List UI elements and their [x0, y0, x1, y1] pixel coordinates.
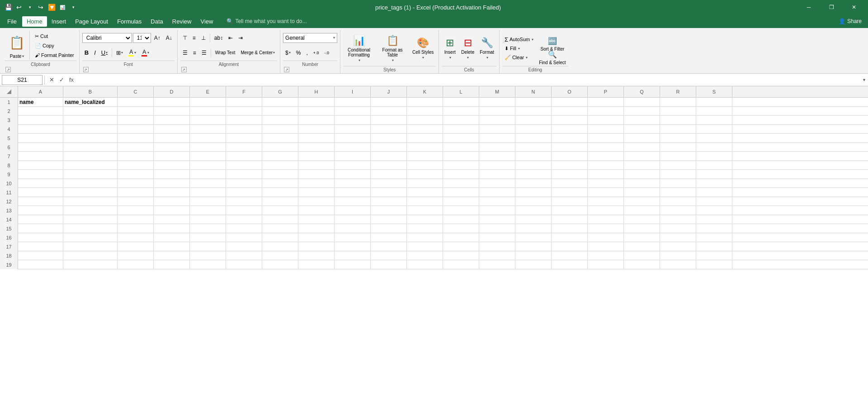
cell-B10[interactable]: [63, 179, 118, 188]
row-num-1[interactable]: 1: [0, 98, 18, 107]
insert-function-button[interactable]: fx: [66, 75, 76, 85]
cell-L2[interactable]: [443, 107, 479, 116]
undo-icon[interactable]: ↩: [14, 3, 24, 12]
cancel-formula-button[interactable]: ✕: [47, 75, 57, 85]
cell-F10[interactable]: [226, 179, 262, 188]
decrease-decimal-button[interactable]: -.0: [322, 48, 332, 57]
cell-B9[interactable]: [63, 170, 118, 179]
cell-H10[interactable]: [298, 179, 335, 188]
cell-R2[interactable]: [660, 107, 696, 116]
cell-J8[interactable]: [371, 161, 407, 170]
cell-L14[interactable]: [443, 215, 479, 224]
cell-Q15[interactable]: [624, 224, 660, 233]
cell-C10[interactable]: [118, 179, 154, 188]
cell-E11[interactable]: [190, 188, 226, 197]
cell-K11[interactable]: [407, 188, 443, 197]
cell-P9[interactable]: [588, 170, 624, 179]
cell-G15[interactable]: [262, 224, 298, 233]
cell-I10[interactable]: [335, 179, 371, 188]
cell-G14[interactable]: [262, 215, 298, 224]
restore-button[interactable]: ❐: [821, 0, 842, 14]
cell-P3[interactable]: [588, 116, 624, 125]
cell-G18[interactable]: [262, 251, 298, 260]
cell-N8[interactable]: [515, 161, 552, 170]
cell-N11[interactable]: [515, 188, 552, 197]
comma-button[interactable]: ,: [304, 48, 310, 57]
cell-C19[interactable]: [118, 260, 154, 269]
align-right-button[interactable]: ☰: [199, 48, 209, 57]
cell-C4[interactable]: [118, 125, 154, 134]
cell-M1[interactable]: [479, 98, 515, 107]
cell-H15[interactable]: [298, 224, 335, 233]
cell-D7[interactable]: [154, 152, 190, 161]
cell-E10[interactable]: [190, 179, 226, 188]
cell-B16[interactable]: [63, 233, 118, 242]
font-family-select[interactable]: Calibri: [82, 33, 132, 43]
cell-D14[interactable]: [154, 215, 190, 224]
cell-N6[interactable]: [515, 143, 552, 152]
col-header-S[interactable]: S: [696, 86, 732, 97]
cell-I16[interactable]: [335, 233, 371, 242]
cell-P16[interactable]: [588, 233, 624, 242]
cell-D9[interactable]: [154, 170, 190, 179]
cell-D2[interactable]: [154, 107, 190, 116]
cell-E1[interactable]: [190, 98, 226, 107]
col-header-M[interactable]: M: [479, 86, 515, 97]
cell-C6[interactable]: [118, 143, 154, 152]
cell-C3[interactable]: [118, 116, 154, 125]
text-direction-button[interactable]: ab↕: [212, 33, 225, 42]
cell-E18[interactable]: [190, 251, 226, 260]
wrap-text-button[interactable]: Wrap Text: [213, 48, 238, 57]
cell-B5[interactable]: [63, 134, 118, 143]
row-num-16[interactable]: 16: [0, 233, 18, 242]
cell-H12[interactable]: [298, 197, 335, 206]
cell-L15[interactable]: [443, 224, 479, 233]
cell-I3[interactable]: [335, 116, 371, 125]
cell-S8[interactable]: [696, 161, 732, 170]
cell-Q5[interactable]: [624, 134, 660, 143]
align-bottom-button[interactable]: ⊥: [199, 33, 208, 42]
row-num-15[interactable]: 15: [0, 224, 18, 233]
underline-button[interactable]: U▾: [99, 48, 110, 57]
cell-N12[interactable]: [515, 197, 552, 206]
cell-I1[interactable]: [335, 98, 371, 107]
cell-I17[interactable]: [335, 242, 371, 251]
cell-D1[interactable]: [154, 98, 190, 107]
cell-R9[interactable]: [660, 170, 696, 179]
cell-R4[interactable]: [660, 125, 696, 134]
accounting-button[interactable]: $▾: [283, 48, 293, 57]
cell-K9[interactable]: [407, 170, 443, 179]
font-size-select[interactable]: 11: [133, 33, 151, 43]
cell-Q7[interactable]: [624, 152, 660, 161]
cell-L17[interactable]: [443, 242, 479, 251]
cell-D12[interactable]: [154, 197, 190, 206]
cell-R3[interactable]: [660, 116, 696, 125]
cell-G1[interactable]: [262, 98, 298, 107]
cell-H2[interactable]: [298, 107, 335, 116]
cell-H1[interactable]: [298, 98, 335, 107]
cell-L9[interactable]: [443, 170, 479, 179]
col-header-B[interactable]: B: [63, 86, 118, 97]
cell-I11[interactable]: [335, 188, 371, 197]
delete-button[interactable]: ⊟ Delete ▾: [459, 35, 476, 62]
cell-B14[interactable]: [63, 215, 118, 224]
cell-K19[interactable]: [407, 260, 443, 269]
cell-F14[interactable]: [226, 215, 262, 224]
cell-C1[interactable]: [118, 98, 154, 107]
cell-G12[interactable]: [262, 197, 298, 206]
cell-P4[interactable]: [588, 125, 624, 134]
copy-button[interactable]: 📄 Copy: [33, 41, 76, 50]
cell-K14[interactable]: [407, 215, 443, 224]
menu-insert[interactable]: Insert: [47, 16, 71, 27]
row-num-7[interactable]: 7: [0, 152, 18, 161]
cell-J14[interactable]: [371, 215, 407, 224]
cell-C2[interactable]: [118, 107, 154, 116]
cell-F16[interactable]: [226, 233, 262, 242]
cell-G17[interactable]: [262, 242, 298, 251]
cell-S6[interactable]: [696, 143, 732, 152]
row-num-18[interactable]: 18: [0, 251, 18, 260]
cell-C8[interactable]: [118, 161, 154, 170]
cell-A13[interactable]: [18, 206, 63, 215]
row-num-9[interactable]: 9: [0, 170, 18, 179]
cell-H6[interactable]: [298, 143, 335, 152]
